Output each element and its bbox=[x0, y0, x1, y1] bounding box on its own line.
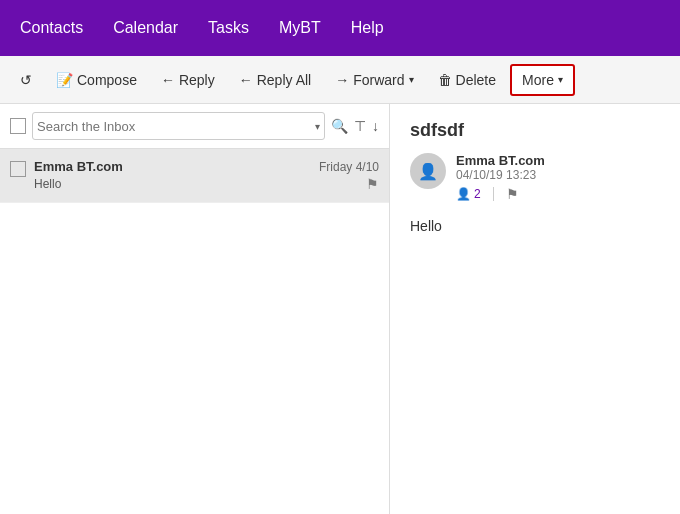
recipients-icon: 👤 bbox=[456, 187, 471, 201]
top-navigation: Contacts Calendar Tasks MyBT Help bbox=[0, 0, 680, 56]
reply-all-label: Reply All bbox=[257, 72, 311, 88]
email-flag-icon[interactable]: ⚑ bbox=[366, 176, 379, 192]
select-all-checkbox[interactable] bbox=[10, 118, 26, 134]
email-detail-header: 👤 Emma BT.com 04/10/19 13:23 👤 2 ⚑ bbox=[410, 153, 660, 202]
email-date: Friday 4/10 bbox=[319, 160, 379, 174]
refresh-icon: ↺ bbox=[20, 72, 32, 88]
sort-icon[interactable]: ↓ bbox=[372, 118, 379, 134]
search-dropdown-icon[interactable]: ▾ bbox=[315, 121, 320, 132]
email-content: Emma BT.com Friday 4/10 Hello ⚑ bbox=[34, 159, 379, 192]
nav-calendar[interactable]: Calendar bbox=[113, 15, 178, 41]
forward-label: Forward bbox=[353, 72, 404, 88]
detail-date: 04/10/19 13:23 bbox=[456, 168, 545, 182]
detail-flag-icon[interactable]: ⚑ bbox=[506, 186, 519, 202]
nav-help[interactable]: Help bbox=[351, 15, 384, 41]
more-button[interactable]: More ▾ bbox=[510, 64, 575, 96]
email-body: Hello bbox=[410, 218, 660, 234]
right-panel: sdfsdf 👤 Emma BT.com 04/10/19 13:23 👤 2 … bbox=[390, 104, 680, 514]
email-header: Emma BT.com Friday 4/10 bbox=[34, 159, 379, 174]
reply-all-button[interactable]: ← Reply All bbox=[229, 66, 321, 94]
search-wrapper: ▾ bbox=[32, 112, 325, 140]
email-subject-preview: Hello bbox=[34, 177, 61, 191]
search-icon[interactable]: 🔍 bbox=[331, 118, 348, 134]
delete-icon: 🗑 bbox=[438, 72, 452, 88]
avatar-icon: 👤 bbox=[418, 162, 438, 181]
compose-label: Compose bbox=[77, 72, 137, 88]
recipients-count: 2 bbox=[474, 187, 481, 201]
delete-label: Delete bbox=[456, 72, 496, 88]
forward-button[interactable]: → Forward ▾ bbox=[325, 66, 423, 94]
email-detail-info: Emma BT.com 04/10/19 13:23 👤 2 ⚑ bbox=[456, 153, 545, 202]
more-label: More bbox=[522, 72, 554, 88]
refresh-button[interactable]: ↺ bbox=[10, 66, 42, 94]
email-sender: Emma BT.com bbox=[34, 159, 123, 174]
detail-sender: Emma BT.com bbox=[456, 153, 545, 168]
forward-icon: → bbox=[335, 72, 349, 88]
email-checkbox[interactable] bbox=[10, 161, 26, 177]
reply-button[interactable]: ← Reply bbox=[151, 66, 225, 94]
email-detail-subject: sdfsdf bbox=[410, 120, 660, 141]
reply-label: Reply bbox=[179, 72, 215, 88]
main-area: ▾ 🔍 ⊤ ↓ Emma BT.com Friday 4/10 Hello ⚑ bbox=[0, 104, 680, 514]
more-dropdown-icon: ▾ bbox=[558, 74, 563, 85]
nav-tasks[interactable]: Tasks bbox=[208, 15, 249, 41]
email-list: Emma BT.com Friday 4/10 Hello ⚑ bbox=[0, 149, 389, 514]
recipients-badge[interactable]: 👤 2 bbox=[456, 187, 481, 201]
nav-mybt[interactable]: MyBT bbox=[279, 15, 321, 41]
compose-icon: 📝 bbox=[56, 72, 73, 88]
filter-icon[interactable]: ⊤ bbox=[354, 118, 366, 134]
search-input[interactable] bbox=[37, 119, 315, 134]
left-panel: ▾ 🔍 ⊤ ↓ Emma BT.com Friday 4/10 Hello ⚑ bbox=[0, 104, 390, 514]
search-bar: ▾ 🔍 ⊤ ↓ bbox=[0, 104, 389, 149]
compose-button[interactable]: 📝 Compose bbox=[46, 66, 147, 94]
meta-divider bbox=[493, 187, 494, 201]
email-list-item[interactable]: Emma BT.com Friday 4/10 Hello ⚑ bbox=[0, 149, 389, 203]
email-detail-meta: 👤 2 ⚑ bbox=[456, 186, 545, 202]
sender-avatar: 👤 bbox=[410, 153, 446, 189]
toolbar: ↺ 📝 Compose ← Reply ← Reply All → Forwar… bbox=[0, 56, 680, 104]
delete-button[interactable]: 🗑 Delete bbox=[428, 66, 506, 94]
forward-dropdown-icon: ▾ bbox=[409, 74, 414, 85]
reply-icon: ← bbox=[161, 72, 175, 88]
nav-contacts[interactable]: Contacts bbox=[20, 15, 83, 41]
reply-all-icon: ← bbox=[239, 72, 253, 88]
